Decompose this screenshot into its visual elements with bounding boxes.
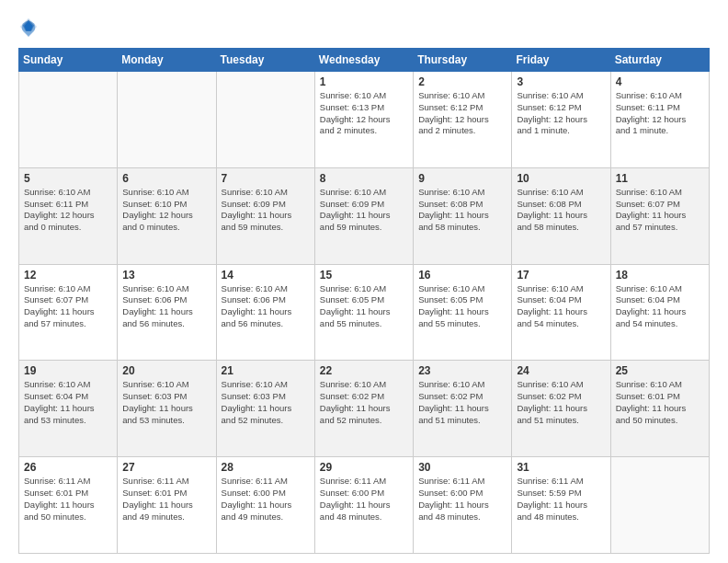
day-info: Sunrise: 6:10 AM Sunset: 6:01 PM Dayligh… <box>616 379 704 426</box>
day-info: Sunrise: 6:10 AM Sunset: 6:03 PM Dayligh… <box>222 379 310 426</box>
calendar-cell: 2Sunrise: 6:10 AM Sunset: 6:12 PM Daylig… <box>414 72 512 168</box>
calendar-cell: 23Sunrise: 6:10 AM Sunset: 6:02 PM Dayli… <box>414 361 512 457</box>
calendar-cell: 3Sunrise: 6:10 AM Sunset: 6:12 PM Daylig… <box>512 72 610 168</box>
day-number: 4 <box>616 75 704 88</box>
day-number: 20 <box>122 364 210 377</box>
calendar-week-row: 1Sunrise: 6:10 AM Sunset: 6:13 PM Daylig… <box>19 72 710 168</box>
calendar-table: SundayMondayTuesdayWednesdayThursdayFrid… <box>18 48 710 554</box>
day-number: 28 <box>222 461 310 474</box>
day-number: 1 <box>320 75 408 88</box>
day-info: Sunrise: 6:10 AM Sunset: 6:09 PM Dayligh… <box>320 187 408 234</box>
day-info: Sunrise: 6:10 AM Sunset: 6:06 PM Dayligh… <box>122 283 210 330</box>
calendar-cell: 22Sunrise: 6:10 AM Sunset: 6:02 PM Dayli… <box>314 361 413 457</box>
header <box>18 17 710 37</box>
weekday-header-thursday: Thursday <box>414 49 512 72</box>
calendar-cell: 19Sunrise: 6:10 AM Sunset: 6:04 PM Dayli… <box>19 361 118 457</box>
day-number: 3 <box>517 75 605 88</box>
day-number: 27 <box>122 461 210 474</box>
day-number: 12 <box>24 269 112 282</box>
day-info: Sunrise: 6:11 AM Sunset: 6:01 PM Dayligh… <box>122 476 210 523</box>
calendar-cell: 14Sunrise: 6:10 AM Sunset: 6:06 PM Dayli… <box>216 264 314 361</box>
logo-icon <box>18 17 39 37</box>
day-info: Sunrise: 6:11 AM Sunset: 6:00 PM Dayligh… <box>418 476 506 523</box>
calendar-cell: 13Sunrise: 6:10 AM Sunset: 6:06 PM Dayli… <box>118 264 216 361</box>
day-info: Sunrise: 6:10 AM Sunset: 6:08 PM Dayligh… <box>517 187 605 234</box>
calendar-cell: 9Sunrise: 6:10 AM Sunset: 6:08 PM Daylig… <box>414 167 512 264</box>
calendar-cell: 5Sunrise: 6:10 AM Sunset: 6:11 PM Daylig… <box>19 167 118 264</box>
day-info: Sunrise: 6:10 AM Sunset: 6:09 PM Dayligh… <box>222 187 310 234</box>
day-info: Sunrise: 6:10 AM Sunset: 6:02 PM Dayligh… <box>418 379 506 426</box>
day-number: 25 <box>616 364 704 377</box>
day-info: Sunrise: 6:10 AM Sunset: 6:04 PM Dayligh… <box>24 379 112 426</box>
page: SundayMondayTuesdayWednesdayThursdayFrid… <box>0 0 728 563</box>
day-number: 9 <box>418 172 506 185</box>
calendar-cell: 28Sunrise: 6:11 AM Sunset: 6:00 PM Dayli… <box>216 457 314 554</box>
day-number: 17 <box>517 269 605 282</box>
day-number: 2 <box>418 75 506 88</box>
calendar-cell: 7Sunrise: 6:10 AM Sunset: 6:09 PM Daylig… <box>216 167 314 264</box>
calendar-cell: 31Sunrise: 6:11 AM Sunset: 5:59 PM Dayli… <box>512 457 610 554</box>
day-number: 29 <box>320 461 408 474</box>
logo <box>18 17 42 37</box>
day-info: Sunrise: 6:10 AM Sunset: 6:05 PM Dayligh… <box>320 283 408 330</box>
day-number: 30 <box>418 461 506 474</box>
day-info: Sunrise: 6:11 AM Sunset: 5:59 PM Dayligh… <box>517 476 605 523</box>
day-number: 5 <box>24 172 112 185</box>
day-info: Sunrise: 6:11 AM Sunset: 6:00 PM Dayligh… <box>320 476 408 523</box>
day-number: 31 <box>517 461 605 474</box>
calendar-cell: 6Sunrise: 6:10 AM Sunset: 6:10 PM Daylig… <box>118 167 216 264</box>
day-info: Sunrise: 6:10 AM Sunset: 6:12 PM Dayligh… <box>418 90 506 137</box>
day-number: 7 <box>222 172 310 185</box>
calendar-cell: 29Sunrise: 6:11 AM Sunset: 6:00 PM Dayli… <box>314 457 413 554</box>
day-info: Sunrise: 6:10 AM Sunset: 6:12 PM Dayligh… <box>517 90 605 137</box>
day-number: 24 <box>517 364 605 377</box>
day-info: Sunrise: 6:10 AM Sunset: 6:07 PM Dayligh… <box>24 283 112 330</box>
calendar-week-row: 5Sunrise: 6:10 AM Sunset: 6:11 PM Daylig… <box>19 167 710 264</box>
calendar-cell <box>19 72 118 168</box>
weekday-header-saturday: Saturday <box>610 49 709 72</box>
day-number: 23 <box>418 364 506 377</box>
day-info: Sunrise: 6:11 AM Sunset: 6:00 PM Dayligh… <box>222 476 310 523</box>
day-number: 14 <box>222 269 310 282</box>
calendar-cell: 16Sunrise: 6:10 AM Sunset: 6:05 PM Dayli… <box>414 264 512 361</box>
day-info: Sunrise: 6:10 AM Sunset: 6:11 PM Dayligh… <box>24 187 112 234</box>
weekday-header-row: SundayMondayTuesdayWednesdayThursdayFrid… <box>19 49 710 72</box>
calendar-cell: 10Sunrise: 6:10 AM Sunset: 6:08 PM Dayli… <box>512 167 610 264</box>
day-info: Sunrise: 6:10 AM Sunset: 6:11 PM Dayligh… <box>616 90 704 137</box>
calendar-cell: 12Sunrise: 6:10 AM Sunset: 6:07 PM Dayli… <box>19 264 118 361</box>
calendar-cell: 17Sunrise: 6:10 AM Sunset: 6:04 PM Dayli… <box>512 264 610 361</box>
calendar-cell: 27Sunrise: 6:11 AM Sunset: 6:01 PM Dayli… <box>118 457 216 554</box>
calendar-cell <box>216 72 314 168</box>
day-info: Sunrise: 6:10 AM Sunset: 6:05 PM Dayligh… <box>418 283 506 330</box>
day-info: Sunrise: 6:10 AM Sunset: 6:04 PM Dayligh… <box>517 283 605 330</box>
day-number: 11 <box>616 172 704 185</box>
day-number: 6 <box>122 172 210 185</box>
day-number: 18 <box>616 269 704 282</box>
day-number: 10 <box>517 172 605 185</box>
day-info: Sunrise: 6:10 AM Sunset: 6:10 PM Dayligh… <box>122 187 210 234</box>
calendar-cell: 15Sunrise: 6:10 AM Sunset: 6:05 PM Dayli… <box>314 264 413 361</box>
day-info: Sunrise: 6:10 AM Sunset: 6:02 PM Dayligh… <box>517 379 605 426</box>
calendar-cell: 26Sunrise: 6:11 AM Sunset: 6:01 PM Dayli… <box>19 457 118 554</box>
weekday-header-wednesday: Wednesday <box>314 49 413 72</box>
calendar-cell: 25Sunrise: 6:10 AM Sunset: 6:01 PM Dayli… <box>610 361 709 457</box>
day-number: 21 <box>222 364 310 377</box>
day-info: Sunrise: 6:10 AM Sunset: 6:08 PM Dayligh… <box>418 187 506 234</box>
weekday-header-sunday: Sunday <box>19 49 118 72</box>
day-info: Sunrise: 6:10 AM Sunset: 6:13 PM Dayligh… <box>320 90 408 137</box>
calendar-week-row: 26Sunrise: 6:11 AM Sunset: 6:01 PM Dayli… <box>19 457 710 554</box>
weekday-header-monday: Monday <box>118 49 216 72</box>
calendar-cell: 24Sunrise: 6:10 AM Sunset: 6:02 PM Dayli… <box>512 361 610 457</box>
calendar-cell: 30Sunrise: 6:11 AM Sunset: 6:00 PM Dayli… <box>414 457 512 554</box>
day-number: 26 <box>24 461 112 474</box>
calendar-week-row: 12Sunrise: 6:10 AM Sunset: 6:07 PM Dayli… <box>19 264 710 361</box>
day-info: Sunrise: 6:10 AM Sunset: 6:06 PM Dayligh… <box>222 283 310 330</box>
calendar-cell <box>118 72 216 168</box>
day-number: 22 <box>320 364 408 377</box>
day-number: 16 <box>418 269 506 282</box>
calendar-cell: 8Sunrise: 6:10 AM Sunset: 6:09 PM Daylig… <box>314 167 413 264</box>
calendar-cell: 4Sunrise: 6:10 AM Sunset: 6:11 PM Daylig… <box>610 72 709 168</box>
calendar-cell: 1Sunrise: 6:10 AM Sunset: 6:13 PM Daylig… <box>314 72 413 168</box>
calendar-cell: 20Sunrise: 6:10 AM Sunset: 6:03 PM Dayli… <box>118 361 216 457</box>
day-number: 8 <box>320 172 408 185</box>
